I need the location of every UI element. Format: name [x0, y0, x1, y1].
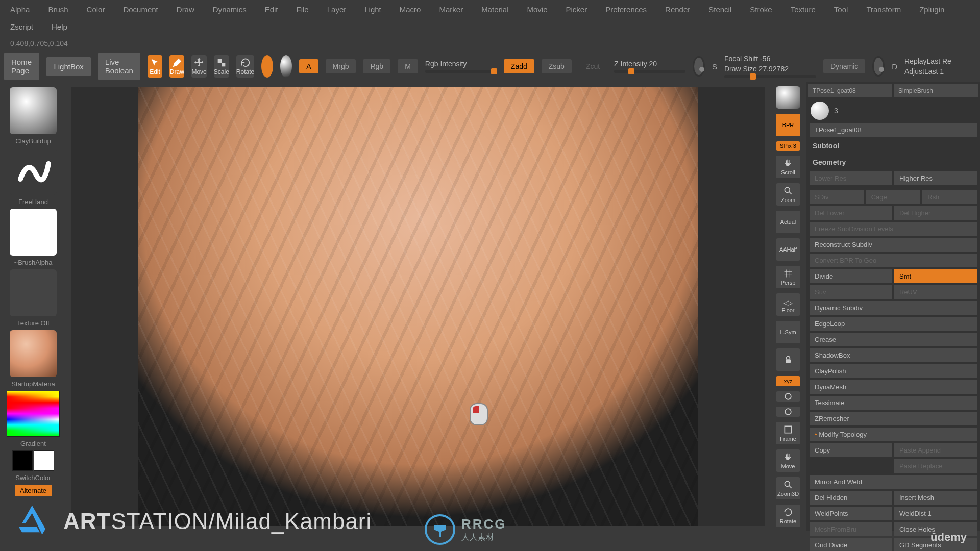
menu-zscript[interactable]: Zscript — [10, 22, 33, 31]
zoom-button[interactable]: Zoom — [776, 183, 800, 206]
color-picker[interactable] — [7, 391, 60, 437]
geometry-section[interactable]: Geometry — [806, 154, 980, 170]
xyz-button[interactable]: xyz — [776, 376, 800, 386]
tool-tab-2[interactable]: SimpleBrush — [894, 84, 978, 97]
switch-color-button[interactable]: SwitchColor — [15, 474, 51, 482]
menu-color[interactable]: Color — [87, 5, 105, 14]
suv-button[interactable]: Suv — [810, 285, 892, 299]
menu-layer[interactable]: Layer — [327, 5, 347, 14]
paste-append-button[interactable]: Paste Append — [894, 443, 977, 457]
menu-alpha[interactable]: Alpha — [10, 5, 30, 14]
main-menu-2[interactable]: Zscript Help — [0, 19, 980, 36]
rstr-button[interactable]: Rstr — [922, 190, 977, 204]
smt-button[interactable]: Smt — [894, 269, 977, 283]
sculptris-button[interactable] — [280, 55, 292, 78]
move-view-button[interactable]: Move — [776, 449, 800, 472]
scale-mode-button[interactable]: Scale — [214, 55, 229, 78]
subtool-name[interactable]: TPose1_goat08 — [810, 123, 977, 137]
reconstruct-subdiv-button[interactable]: Reconstruct Subdiv — [810, 238, 977, 252]
tessimate-button[interactable]: Tessimate — [810, 396, 977, 410]
aahalf-button[interactable]: AAHalf — [776, 238, 800, 261]
menu-movie[interactable]: Movie — [527, 5, 547, 14]
dynamic-subdiv-button[interactable]: Dynamic Subdiv — [810, 301, 977, 315]
persp-button[interactable]: Persp — [776, 266, 800, 288]
material-thumb[interactable] — [10, 330, 57, 377]
swatch-black[interactable] — [12, 450, 33, 471]
menu-render[interactable]: Render — [665, 5, 690, 14]
bpr-button[interactable]: BPR — [776, 114, 800, 136]
floor-button[interactable]: Floor — [776, 293, 800, 316]
scroll-button[interactable]: Scroll — [776, 156, 800, 178]
del-lower-button[interactable]: Del Lower — [810, 206, 892, 220]
d-knob[interactable] — [872, 56, 885, 77]
stroke-thumb[interactable] — [10, 148, 57, 195]
zsub-button[interactable]: Zsub — [542, 59, 572, 73]
weld-dist-slider[interactable]: WeldDist 1 — [894, 507, 977, 520]
menu-light[interactable]: Light — [364, 5, 381, 14]
frame-button[interactable]: Frame — [776, 422, 800, 444]
replay-last-label[interactable]: ReplayLast — [904, 57, 940, 65]
menu-file[interactable]: File — [297, 5, 309, 14]
lock-button[interactable] — [776, 348, 800, 371]
rotate-mode-button[interactable]: Rotate — [236, 55, 254, 78]
menu-help[interactable]: Help — [52, 22, 67, 31]
convert-bpr-button[interactable]: Convert BPR To Geo — [810, 254, 977, 267]
focal-draw-sliders[interactable]: Focal Shift -56 Draw Size 27.92782 — [724, 55, 816, 78]
claypolish-button[interactable]: ClayPolish — [810, 364, 977, 378]
weld-points-button[interactable]: WeldPoints — [810, 507, 892, 520]
lightbox-button[interactable]: LightBox — [46, 57, 90, 76]
rgb-button[interactable]: Rgb — [363, 59, 390, 73]
edgeloop-button[interactable]: EdgeLoop — [810, 317, 977, 331]
menu-zplugin[interactable]: Zplugin — [919, 5, 944, 14]
zadd-button[interactable]: Zadd — [504, 59, 534, 73]
adjust-last-label[interactable]: AdjustLast 1 — [904, 67, 976, 76]
shadowbox-button[interactable]: ShadowBox — [810, 348, 977, 362]
mesh-from-brush-button[interactable]: MeshFromBru — [810, 522, 892, 536]
rgb-a-button[interactable]: A — [299, 59, 318, 73]
swatch-white[interactable] — [34, 450, 54, 471]
menu-material[interactable]: Material — [481, 5, 508, 14]
grid-divide-button[interactable]: Grid Divide — [810, 538, 892, 551]
tool-tab-1[interactable]: TPose1_goat08 — [808, 84, 892, 97]
z-intensity-slider[interactable]: Z Intensity 20 — [614, 60, 685, 73]
menu-document[interactable]: Document — [123, 5, 158, 14]
dynamesh-button[interactable]: DynaMesh — [810, 380, 977, 394]
main-menu[interactable]: Alpha Brush Color Document Draw Dynamics… — [0, 0, 980, 19]
crease-button[interactable]: Crease — [810, 333, 977, 346]
s-knob[interactable] — [693, 56, 705, 77]
freeze-subdiv-button[interactable]: Freeze SubDivision Levels — [810, 222, 977, 236]
render-preview[interactable] — [776, 86, 800, 109]
menu-draw[interactable]: Draw — [177, 5, 194, 14]
texture-thumb[interactable] — [10, 269, 57, 316]
alpha-thumb[interactable] — [10, 209, 57, 256]
lower-res-button[interactable]: Lower Res — [810, 171, 892, 185]
menu-transform[interactable]: Transform — [866, 5, 901, 14]
modify-topology-button[interactable]: Modify Topology — [810, 428, 977, 441]
tool-material-icon[interactable] — [811, 102, 829, 120]
m-button[interactable]: M — [398, 59, 418, 73]
menu-picker[interactable]: Picker — [566, 5, 587, 14]
copy-button[interactable]: Copy — [810, 443, 892, 457]
reuv-button[interactable]: ReUV — [894, 285, 977, 299]
re-label[interactable]: Re — [942, 57, 951, 65]
edit-mode-button[interactable]: Edit — [148, 55, 162, 78]
gradient-label[interactable]: Gradient — [20, 440, 46, 447]
subtool-section[interactable]: Subtool — [806, 138, 980, 154]
move-mode-button[interactable]: Move — [191, 55, 206, 78]
insert-mesh-button[interactable]: Insert Mesh — [894, 491, 977, 505]
gizmo-button[interactable] — [261, 55, 273, 78]
alternate-button[interactable]: Alternate — [15, 485, 52, 496]
menu-stencil[interactable]: Stencil — [708, 5, 731, 14]
dynamic-button[interactable]: Dynamic — [823, 59, 865, 73]
lsym-button[interactable]: L.Sym — [776, 321, 800, 343]
del-hidden-button[interactable]: Del Hidden — [810, 491, 892, 505]
divide-button[interactable]: Divide — [810, 269, 892, 283]
zoom3d-button[interactable]: Zoom3D — [776, 477, 800, 499]
rotate-view-button[interactable]: Rotate — [776, 505, 800, 527]
menu-marker[interactable]: Marker — [439, 5, 463, 14]
draw-mode-button[interactable]: Draw — [169, 55, 184, 78]
mrgb-button[interactable]: Mrgb — [326, 59, 356, 73]
home-button[interactable]: Home Page — [4, 53, 39, 80]
menu-preferences[interactable]: Preferences — [605, 5, 647, 14]
zcut-button[interactable]: Zcut — [579, 59, 607, 73]
